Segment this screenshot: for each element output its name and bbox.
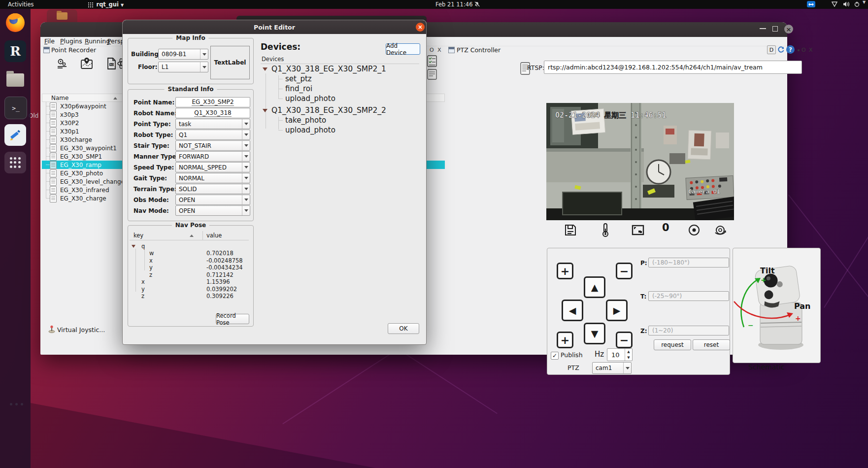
robot-name-field[interactable]: Q1_X30_318 <box>175 108 250 118</box>
rtsp-input[interactable] <box>544 61 802 74</box>
navpose-row[interactable]: z <box>141 293 144 300</box>
device-action-row[interactable]: find_roi <box>285 84 312 93</box>
zoom-input[interactable] <box>648 326 729 335</box>
navpose-row[interactable]: y <box>149 264 153 271</box>
expand-arrow-icon[interactable] <box>263 67 267 71</box>
focused-app-menu[interactable]: rqt_gui ▼ <box>96 1 124 8</box>
point-recorder-title: Point Recorder <box>51 46 96 54</box>
file-export-icon[interactable]: ROS <box>105 57 118 72</box>
pan-input[interactable] <box>648 258 729 267</box>
remote-desktop-indicator-icon[interactable] <box>807 1 815 7</box>
pan-left-button[interactable]: ◀ <box>562 300 583 321</box>
device-group-row[interactable]: Q1_X30_318_EG_X30_SMP2_1 <box>271 65 386 73</box>
zoom-out-button[interactable]: − <box>616 263 633 279</box>
speed-type-combo[interactable]: NORMAL_SPPED <box>175 162 250 172</box>
device-action-row[interactable]: upload_photo <box>285 94 335 103</box>
device-group-row[interactable]: Q1_X30_318_EG_X30_SMP2_2 <box>271 106 386 115</box>
terminal-app-icon[interactable]: >_ <box>4 97 27 119</box>
network-vpn-icon[interactable] <box>832 1 837 8</box>
expand-arrow-icon[interactable] <box>263 109 267 112</box>
window-minimize-button[interactable] <box>760 28 766 29</box>
value-column-header[interactable]: value <box>206 232 222 239</box>
tilt-down-button[interactable]: ▼ <box>584 323 605 344</box>
refresh-icon[interactable] <box>777 45 785 56</box>
map-waypoint-icon[interactable] <box>80 57 93 72</box>
system-menu-chevron-icon[interactable]: ▼ <box>863 0 866 4</box>
dock-float-button[interactable]: O <box>430 47 434 53</box>
settings-sliders-icon[interactable] <box>56 57 68 72</box>
save-snapshot-icon[interactable] <box>564 224 577 238</box>
focus-in-button[interactable]: + <box>557 332 573 348</box>
dialog-titlebar[interactable]: Point Editor × <box>123 20 426 34</box>
navpose-row[interactable]: x <box>149 257 153 264</box>
dock-close-button[interactable]: X <box>437 47 441 53</box>
dock-detach-button[interactable]: D <box>767 45 776 54</box>
robot-type-combo[interactable]: Q1 <box>175 130 250 140</box>
point-type-combo[interactable]: task <box>175 119 250 129</box>
menu-file[interactable]: File <box>44 37 55 45</box>
virtual-joystick-title[interactable]: Virtual Joystic... <box>57 326 105 334</box>
device-action-row[interactable]: set_ptz <box>285 74 312 83</box>
window-maximize-button[interactable] <box>772 26 778 32</box>
add-device-button[interactable]: Add Device <box>386 43 420 55</box>
hz-spinner[interactable]: 10 ▲▼ <box>607 348 633 361</box>
device-action-row[interactable]: take_photo <box>285 116 326 125</box>
thermometer-icon[interactable] <box>601 223 610 239</box>
tilt-input[interactable] <box>648 291 729 301</box>
navpose-row[interactable]: w <box>149 250 154 257</box>
gait-type-combo[interactable]: NORMAL <box>175 173 250 183</box>
launcher-dock: R >_ <box>0 9 31 468</box>
dialog-close-button[interactable]: × <box>416 23 425 32</box>
terrain-type-combo[interactable]: SOLID <box>175 184 250 194</box>
request-button[interactable]: request <box>654 339 691 350</box>
building-combo[interactable]: 0809-B1 <box>158 49 208 60</box>
record-icon[interactable] <box>688 224 701 238</box>
menu-running[interactable]: Running <box>85 37 110 45</box>
dock-options-dot[interactable] <box>798 49 800 51</box>
camera-video-view[interactable]: 02-21-2024 星期三 11:46:51 Camera 01 <box>546 103 734 220</box>
pan-right-button[interactable]: ▶ <box>606 300 628 321</box>
dock-close-button[interactable]: X <box>809 47 813 53</box>
fullscreen-icon[interactable] <box>632 225 644 237</box>
focus-out-button[interactable]: − <box>616 332 633 348</box>
help-icon[interactable]: ? <box>786 45 795 54</box>
record-pose-button[interactable]: Record Pose <box>216 314 249 324</box>
devices-tree-header[interactable]: Devices <box>262 56 284 63</box>
zoom-in-button[interactable]: + <box>557 263 573 279</box>
checklist-icon[interactable] <box>427 55 437 69</box>
show-apps-icon[interactable] <box>4 152 26 173</box>
floor-label: Floor: <box>138 64 158 70</box>
devices-heading: Devices: <box>261 42 300 52</box>
firefox-icon[interactable] <box>4 12 26 33</box>
expand-arrow-icon[interactable] <box>132 245 135 248</box>
rviz-app-icon[interactable]: R <box>4 40 26 62</box>
volume-icon[interactable] <box>843 1 850 8</box>
power-icon[interactable] <box>854 1 860 8</box>
camera-orbit-icon[interactable] <box>713 224 727 238</box>
nav-mode-combo[interactable]: OPEN <box>175 205 250 216</box>
activities-button[interactable]: Activities <box>8 1 33 8</box>
menu-plugins[interactable]: Plugins <box>60 37 82 45</box>
point-name-field[interactable]: EG_X30_SMP2 <box>175 97 250 107</box>
files-app-icon[interactable] <box>4 69 26 91</box>
navpose-row[interactable]: z <box>149 271 152 278</box>
publish-checkbox[interactable]: ✓ <box>551 352 559 360</box>
stair-type-combo[interactable]: NOT_STAIR <box>175 140 250 151</box>
key-column-header[interactable]: key <box>134 232 143 239</box>
clock-menu[interactable]: Feb 21 11:46 <box>435 1 472 8</box>
camera-select-combo[interactable]: cam1 <box>592 362 632 374</box>
navpose-row[interactable]: x <box>141 278 145 285</box>
manner-type-combo[interactable]: FORWARD <box>175 151 250 162</box>
obs-mode-combo[interactable]: OPEN <box>175 195 250 205</box>
device-action-row[interactable]: upload_photo <box>285 126 335 134</box>
dock-float-button[interactable]: O <box>801 47 806 53</box>
floor-combo[interactable]: L1 <box>158 62 208 72</box>
window-close-button[interactable]: × <box>784 25 793 33</box>
navpose-row[interactable]: y <box>141 286 145 293</box>
spinner-arrows[interactable]: ▲▼ <box>625 349 632 361</box>
text-editor-app-icon[interactable] <box>4 124 26 146</box>
page-settings-icon[interactable] <box>427 69 437 82</box>
ok-button[interactable]: OK <box>388 323 419 334</box>
reset-button[interactable]: reset <box>693 339 730 350</box>
tilt-up-button[interactable]: ▲ <box>584 276 605 298</box>
